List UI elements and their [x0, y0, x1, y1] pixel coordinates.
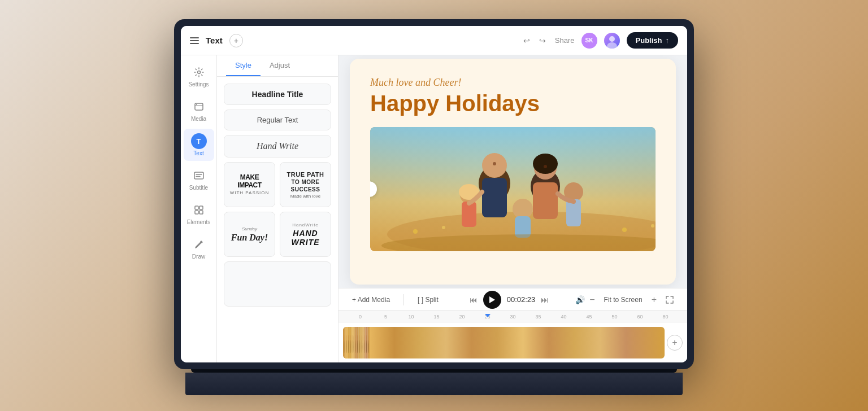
tab-adjust[interactable]: Adjust — [261, 55, 299, 76]
divider1 — [403, 294, 404, 305]
svg-point-26 — [493, 162, 496, 165]
svg-point-31 — [622, 228, 627, 232]
template-make-impact[interactable]: MAKE IMPACT With Passion — [224, 162, 275, 207]
photo-container: ‹ — [370, 127, 656, 251]
handwrite-button[interactable]: Hand Write — [224, 135, 331, 158]
ruler-mark: 50 — [602, 314, 627, 320]
svg-point-66 — [364, 335, 364, 344]
playback-toolbar: + Add Media [ ] Split ⏮ 00:02:23 ⏭ — [338, 288, 687, 311]
canvas-headline: Happy Holidays — [370, 91, 656, 116]
media-icon — [191, 99, 207, 115]
svg-point-56 — [353, 335, 353, 344]
share-label: Share — [555, 36, 575, 45]
sidebar-item-settings[interactable]: Settings — [184, 60, 214, 92]
video-clip[interactable] — [343, 327, 665, 358]
panel-tabs: Style Adjust — [217, 55, 338, 77]
svg-point-58 — [355, 335, 355, 344]
text-icon: T — [191, 133, 207, 149]
svg-point-64 — [362, 335, 362, 344]
settings-icon — [191, 64, 207, 80]
svg-point-62 — [359, 335, 360, 344]
volume-icon[interactable]: 🔊 — [575, 295, 585, 304]
svg-point-0 — [609, 36, 615, 42]
user-avatar-purple[interactable]: SK — [581, 33, 597, 49]
template-hand-write[interactable]: HandWrite HAND WRITE — [280, 212, 331, 257]
skip-back-button[interactable]: ⏮ — [470, 295, 478, 304]
template-fun-day[interactable]: Sunday Fun Day! — [224, 212, 275, 257]
svg-marker-34 — [489, 296, 495, 303]
elements-icon — [191, 202, 207, 218]
add-media-button[interactable]: + Add Media — [348, 294, 394, 306]
add-clip-button[interactable]: + — [667, 335, 683, 351]
skip-forward-button[interactable]: ⏭ — [541, 295, 549, 304]
ruler-mark: 20 — [449, 314, 475, 320]
split-button[interactable]: [ ] Split — [413, 294, 443, 306]
svg-point-50 — [346, 335, 346, 344]
timeline-track: + — [338, 322, 687, 362]
plus-icon[interactable]: + — [652, 295, 657, 305]
add-button[interactable]: + — [229, 34, 243, 47]
ruler-mark: 60 — [627, 314, 653, 320]
svg-point-29 — [413, 229, 418, 234]
sidebar-item-subtitle[interactable]: Subtitle — [184, 163, 214, 195]
ruler-marks: 0 5 10 15 20 25 30 — [348, 314, 678, 320]
fullscreen-button[interactable] — [661, 294, 678, 306]
clip-thumbnails — [343, 327, 370, 358]
publish-button[interactable]: Publish ↑ — [627, 32, 678, 49]
true-path-title: True Path — [287, 171, 324, 178]
sidebar-item-elements[interactable]: Elements — [184, 198, 214, 230]
svg-point-70 — [368, 335, 369, 344]
play-button[interactable] — [483, 291, 501, 309]
true-path-title2: To More — [292, 179, 320, 185]
svg-point-2 — [197, 71, 200, 74]
minus-icon[interactable]: − — [589, 295, 594, 305]
headline-title-button[interactable]: Headline Title — [224, 84, 331, 105]
tab-style[interactable]: Style — [226, 55, 261, 76]
sidebar-item-media[interactable]: Media — [184, 94, 214, 126]
svg-point-68 — [366, 335, 367, 344]
svg-point-32 — [651, 224, 654, 228]
sidebar-item-draw[interactable]: Draw — [184, 232, 214, 264]
draw-label: Draw — [192, 253, 205, 260]
fun-day-title: Fun Day! — [231, 233, 268, 243]
svg-point-27 — [544, 165, 547, 168]
media-label: Media — [191, 116, 206, 122]
svg-rect-9 — [199, 211, 203, 214]
family-svg — [370, 127, 656, 251]
fit-screen-button[interactable]: Fit to Screen — [600, 294, 647, 306]
right-controls: 🔊 − Fit to Screen + — [575, 294, 678, 306]
ruler-mark: 25 — [475, 314, 500, 320]
ruler-mark: 45 — [576, 314, 602, 320]
family-photo — [370, 127, 656, 251]
user-avatar-photo[interactable] — [604, 33, 620, 49]
ruler-mark: 35 — [526, 314, 551, 320]
empty-template[interactable] — [224, 261, 331, 307]
svg-rect-5 — [194, 172, 203, 179]
regular-text-button[interactable]: Regular Text — [224, 110, 331, 130]
redo-button[interactable]: ↪ — [537, 34, 548, 47]
ruler-mark: 5 — [373, 314, 398, 320]
canvas-card: Much love and Cheer! Happy Holidays — [350, 59, 676, 285]
playhead-indicator — [485, 314, 491, 317]
subtitle-label: Subtitle — [189, 185, 208, 191]
settings-label: Settings — [188, 81, 209, 88]
svg-rect-6 — [195, 206, 198, 209]
playback-controls: ⏮ 00:02:23 ⏭ — [470, 291, 549, 309]
ruler-mark: 30 — [500, 314, 526, 320]
svg-rect-7 — [199, 206, 203, 209]
undo-button[interactable]: ↩ — [521, 34, 532, 47]
svg-rect-18 — [533, 182, 558, 219]
top-bar: Text + ↩ ↪ Share SK — [181, 26, 687, 55]
sidebar-item-text[interactable]: T Text — [184, 129, 214, 161]
template-true-path[interactable]: True Path To More Success Made with love — [280, 162, 331, 207]
text-panel: Style Adjust Headline Title Regular Text… — [217, 55, 338, 362]
ruler-mark: 15 — [424, 314, 449, 320]
hand-write-title: HAND WRITE — [285, 229, 326, 247]
svg-point-4 — [196, 104, 197, 105]
canvas-area: Much love and Cheer! Happy Holidays — [338, 55, 687, 362]
svg-rect-14 — [482, 178, 507, 217]
true-path-title3: Success — [291, 186, 320, 193]
svg-point-48 — [344, 335, 344, 344]
hamburger-menu-button[interactable] — [190, 37, 199, 44]
ruler-mark: 80 — [653, 314, 678, 320]
